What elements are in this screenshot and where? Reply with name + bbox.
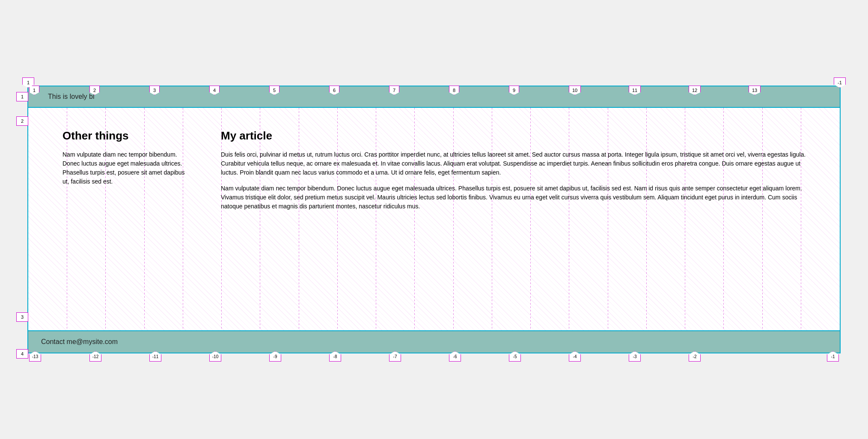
row-marker-2: 2 xyxy=(16,116,28,126)
article-para-2: Nam vulputate diam nec tempor bibendum. … xyxy=(221,184,814,211)
row-marker-4: 4 xyxy=(16,349,28,359)
row-marker-3: 3 xyxy=(16,312,28,322)
row-marker-1: 1 xyxy=(16,92,28,101)
col-marker-bottom-11neg: -11 xyxy=(149,351,161,362)
article-para-1: Duis felis orci, pulvinar id metus ut, r… xyxy=(221,150,814,177)
col-marker-bottom-12neg: -12 xyxy=(89,351,101,362)
col-marker-top-13: 13 xyxy=(749,86,761,95)
col-marker-bottom-9neg: -9 xyxy=(269,351,281,362)
col-marker-top-12: 12 xyxy=(689,86,701,95)
col-marker-bottom-2neg: -2 xyxy=(689,351,701,362)
col-marker-bottom-13neg: -13 xyxy=(29,351,41,362)
col-marker-top-8: 8 xyxy=(449,86,459,95)
sidebar-body: Nam vulputate diam nec tempor bibendum. … xyxy=(62,150,187,186)
content-area: Other things Nam vulputate diam nec temp… xyxy=(28,108,840,330)
col-marker-top-3: 3 xyxy=(149,86,160,95)
article-heading: My article xyxy=(221,129,814,142)
sidebar-column: Other things Nam vulputate diam nec temp… xyxy=(62,129,204,218)
col-marker-bottom-3neg: -3 xyxy=(629,351,641,362)
page-layout: 1 -1 1 1 2 3 4 5 6 7 8 9 xyxy=(27,86,841,353)
col-marker-bottom-5neg: -5 xyxy=(509,351,521,362)
content-columns: Other things Nam vulputate diam nec temp… xyxy=(28,121,840,226)
footer-text: Contact me@mysite.com xyxy=(35,338,118,346)
col-marker-top-5: 5 xyxy=(269,86,279,95)
footer-bar: Contact me@mysite.com xyxy=(28,330,840,353)
col-marker-bottom-6neg: -6 xyxy=(449,351,461,362)
main-column: My article Duis felis orci, pulvinar id … xyxy=(204,129,814,218)
col-marker-bottom-8neg: -8 xyxy=(329,351,341,362)
col-marker-top-6: 6 xyxy=(329,86,339,95)
col-marker-top-4: 4 xyxy=(209,86,220,95)
col-marker-bottom-4neg: -4 xyxy=(569,351,581,362)
col-marker-bottom-10neg: -10 xyxy=(209,351,221,362)
col-marker-bottom-7neg: -7 xyxy=(389,351,401,362)
col-marker-top-9: 9 xyxy=(509,86,519,95)
header-text: This is lovely bl xyxy=(35,93,94,101)
col-marker-top-11: 11 xyxy=(629,86,641,95)
col-marker-bottom-1neg: -1 xyxy=(827,351,839,362)
header-bar: 1 1 2 3 4 5 6 7 8 9 10 11 12 13 xyxy=(28,86,840,108)
col-marker-top-7: 7 xyxy=(389,86,399,95)
sidebar-heading: Other things xyxy=(62,129,187,142)
col-marker-top-10: 10 xyxy=(569,86,581,95)
